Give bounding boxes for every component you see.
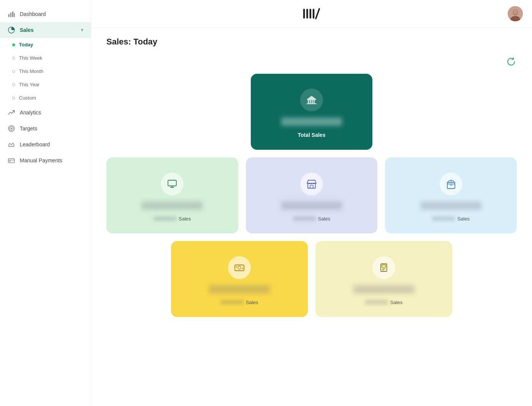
subitem-label-custom: Custom — [19, 95, 36, 101]
total-sales-label: Total Sales — [298, 132, 326, 138]
sidebar-subitem-this-year[interactable]: This Year — [0, 78, 91, 91]
sidebar-label-dashboard: Dashboard — [20, 11, 83, 17]
refresh-button[interactable] — [505, 56, 517, 69]
card-store-sales: Sales — [246, 157, 378, 233]
total-sales-value — [281, 117, 342, 126]
sidebar-label-leaderboard: Leaderboard — [20, 141, 83, 147]
pie-chart-icon — [8, 27, 15, 33]
bank-icon-circle — [300, 89, 323, 111]
svg-rect-42 — [382, 265, 386, 267]
subitem-label-this-year: This Year — [19, 82, 40, 87]
card-total-sales: Total Sales — [251, 74, 372, 150]
sidebar-item-manual-payments[interactable]: Manual Payments — [0, 152, 91, 168]
chevron-down-icon: ▾ — [81, 27, 83, 33]
sidebar-subitem-this-week[interactable]: This Week — [0, 51, 91, 65]
sidebar-item-analytics[interactable]: Analytics — [0, 105, 91, 121]
cash-sublabel-blur — [221, 300, 244, 304]
svg-point-39 — [236, 266, 237, 267]
dot-custom — [12, 97, 15, 100]
delivery-sales-label: Sales — [432, 216, 470, 222]
delivery-sublabel-blur — [432, 216, 455, 221]
sidebar-label-analytics: Analytics — [20, 109, 83, 116]
svg-rect-24 — [312, 100, 313, 103]
header — [91, 0, 532, 28]
header-right — [508, 6, 523, 21]
svg-rect-12 — [303, 9, 305, 19]
card-sublabel-blur — [365, 300, 388, 304]
card-row-3: Sales Sales — [106, 241, 517, 317]
store-sublabel-blur — [293, 216, 316, 221]
card-online-sales: Sales — [106, 157, 238, 233]
online-sales-value — [142, 201, 203, 210]
box-icon-circle — [440, 173, 462, 195]
credit-card-icon — [8, 157, 15, 164]
delivery-sales-value — [421, 201, 481, 210]
sales-submenu: Today This Week This Month This Year Cus… — [0, 38, 91, 105]
refresh-row — [106, 56, 517, 69]
svg-point-40 — [242, 268, 243, 269]
subitem-label-this-month: This Month — [19, 68, 43, 74]
cash-sales-value — [209, 285, 270, 293]
monitor-icon-circle — [161, 173, 184, 195]
svg-line-16 — [316, 9, 319, 19]
svg-rect-25 — [314, 100, 315, 103]
online-sales-label: Sales — [154, 216, 191, 222]
card-delivery-sales: Sales — [385, 157, 517, 233]
dot-this-week — [12, 57, 15, 60]
svg-rect-28 — [168, 180, 176, 186]
svg-rect-23 — [310, 100, 311, 103]
sidebar-label-sales: Sales — [20, 27, 76, 33]
dot-this-year — [12, 83, 15, 86]
card-cash-sales: Sales — [171, 241, 308, 317]
online-sublabel-blur — [154, 216, 176, 221]
svg-point-7 — [11, 128, 12, 129]
svg-rect-32 — [310, 185, 313, 188]
trending-up-icon — [8, 109, 15, 116]
subitem-label-today: Today — [19, 42, 33, 48]
svg-rect-34 — [447, 182, 455, 189]
svg-rect-14 — [309, 9, 311, 19]
svg-rect-1 — [10, 13, 11, 17]
svg-marker-27 — [307, 96, 316, 99]
target-icon — [8, 125, 15, 132]
main-content: Sales: Today — [91, 0, 532, 406]
dot-this-month — [12, 70, 15, 73]
subitem-label-this-week: This Week — [19, 55, 42, 61]
svg-point-20 — [513, 9, 518, 14]
sidebar-item-leaderboard[interactable]: Leaderboard — [0, 136, 91, 152]
svg-point-38 — [238, 266, 241, 269]
card-card-sales: Sales — [315, 241, 452, 317]
svg-rect-2 — [12, 11, 13, 17]
logo-svg — [302, 5, 321, 23]
card-row-1: Total Sales — [106, 74, 517, 150]
card-row-2: Sales — [106, 157, 517, 233]
sidebar: Dashboard Sales ▾ Today This Week This M… — [0, 0, 91, 406]
sidebar-item-dashboard[interactable]: Dashboard — [0, 6, 91, 22]
card-sales-label: Sales — [365, 300, 403, 305]
sidebar-subitem-custom[interactable]: Custom — [0, 91, 91, 105]
sidebar-item-targets[interactable]: Targets — [0, 121, 91, 136]
sidebar-label-manual-payments: Manual Payments — [20, 157, 83, 163]
page-content: Sales: Today — [91, 28, 532, 406]
page-title: Sales: Today — [106, 37, 517, 47]
sidebar-subitem-this-month[interactable]: This Month — [0, 65, 91, 78]
svg-rect-11 — [9, 161, 11, 162]
svg-rect-0 — [8, 14, 10, 17]
sidebar-item-sales[interactable]: Sales ▾ — [0, 22, 91, 38]
chart-bar-icon — [8, 11, 15, 17]
cash-sales-label: Sales — [221, 300, 258, 305]
store-sales-value — [281, 201, 342, 210]
store-icon-circle — [300, 173, 323, 195]
cards-grid: Total Sales Sales — [106, 74, 517, 317]
user-avatar[interactable] — [508, 6, 523, 21]
logo — [116, 5, 508, 23]
svg-rect-21 — [307, 99, 316, 100]
card-reader-icon-circle — [372, 256, 395, 279]
svg-rect-9 — [8, 159, 14, 163]
svg-rect-3 — [14, 13, 15, 17]
store-sales-label: Sales — [293, 216, 331, 222]
svg-rect-13 — [306, 9, 308, 19]
sidebar-label-targets: Targets — [20, 125, 83, 132]
sidebar-subitem-today[interactable]: Today — [0, 38, 91, 51]
cash-icon-circle — [228, 256, 251, 279]
